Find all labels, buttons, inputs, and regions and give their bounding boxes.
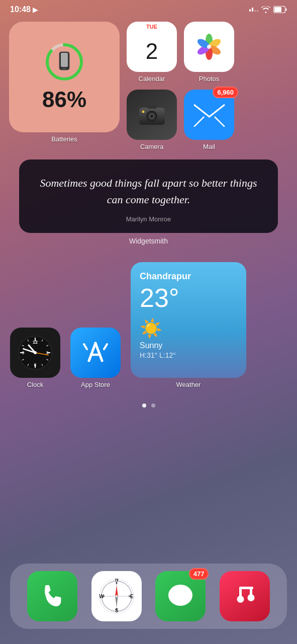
phone-icon xyxy=(38,583,66,610)
status-left: 10:48 ▶ xyxy=(10,5,38,14)
battery-ring xyxy=(44,42,84,82)
svg-point-73 xyxy=(248,594,255,601)
safari-app[interactable]: N S E W xyxy=(91,571,142,621)
svg-line-52 xyxy=(104,344,107,349)
camera-app[interactable]: Camera xyxy=(127,90,177,150)
svg-rect-6 xyxy=(62,68,66,69)
svg-point-13 xyxy=(207,45,211,49)
svg-text:9: 9 xyxy=(22,350,24,355)
calendar-app[interactable]: TUE 2 Calendar xyxy=(127,22,177,83)
svg-text:W: W xyxy=(99,594,104,599)
calendar-day-of-week: TUE xyxy=(127,22,177,30)
clock-face-svg: 12 3 6 9 xyxy=(18,335,53,370)
svg-text:12: 12 xyxy=(33,340,38,345)
messages-icon xyxy=(166,582,195,611)
photos-label: Photos xyxy=(199,75,219,83)
svg-point-21 xyxy=(142,111,144,113)
battery-percent: 86% xyxy=(42,87,86,112)
svg-point-20 xyxy=(150,115,153,118)
svg-rect-16 xyxy=(147,105,157,109)
status-right xyxy=(249,6,287,13)
music-app[interactable] xyxy=(220,571,270,621)
messages-app[interactable]: 477 xyxy=(155,571,206,621)
svg-line-49 xyxy=(95,343,102,361)
weather-condition: Sunny xyxy=(140,341,237,350)
wifi-icon xyxy=(261,6,270,13)
calendar-day-num: 2 xyxy=(127,30,177,72)
weather-high-low: H:31° L:12° xyxy=(140,351,237,359)
batteries-widget[interactable]: 86% Batteries xyxy=(9,22,120,143)
batteries-label: Batteries xyxy=(51,135,77,143)
svg-rect-1 xyxy=(274,7,281,12)
phone-app[interactable] xyxy=(27,571,77,621)
svg-line-51 xyxy=(84,344,87,349)
page-dot-2[interactable] xyxy=(151,404,155,408)
svg-point-47 xyxy=(34,351,37,354)
signal-icon xyxy=(249,8,258,12)
svg-text:E: E xyxy=(130,594,133,599)
location-icon: ▶ xyxy=(33,6,38,14)
svg-point-72 xyxy=(237,596,244,603)
quote-text: Sometimes good things fall apart so bett… xyxy=(32,175,265,208)
svg-text:N: N xyxy=(115,579,118,582)
messages-badge: 477 xyxy=(189,568,209,580)
svg-rect-5 xyxy=(61,53,68,67)
svg-text:S: S xyxy=(115,608,118,613)
battery-icon xyxy=(273,6,287,13)
status-bar: 10:48 ▶ xyxy=(0,0,297,17)
mail-app[interactable]: 6,960 Mail xyxy=(184,90,234,150)
calendar-label: Calendar xyxy=(139,75,165,83)
clock-app[interactable]: 12 3 6 9 xyxy=(10,328,60,388)
photos-icon xyxy=(191,29,227,64)
weather-widget[interactable]: Chandrapur 23° ☀️ Sunny H:31° L:12° Weat… xyxy=(131,262,246,388)
svg-text:6: 6 xyxy=(34,362,36,367)
clock-label: Clock xyxy=(27,381,44,388)
quote-widget: Sometimes good things fall apart so bett… xyxy=(19,159,278,233)
camera-label: Camera xyxy=(140,143,163,150)
safari-icon: N S E W xyxy=(99,579,134,614)
quote-author: Marilyn Monroe xyxy=(32,215,265,223)
music-icon xyxy=(232,583,257,610)
appstore-label: App Store xyxy=(81,381,110,388)
page-dots xyxy=(0,404,297,408)
weather-city: Chandrapur xyxy=(140,271,237,282)
appstore-icon-svg xyxy=(81,338,110,367)
dock: N S E W 477 xyxy=(10,564,287,629)
time-display: 10:48 xyxy=(10,5,31,14)
photos-app[interactable]: Photos xyxy=(184,22,234,83)
mail-label: Mail xyxy=(203,143,215,150)
weather-temp: 23° xyxy=(140,283,237,313)
camera-icon-svg xyxy=(138,104,166,126)
weather-sun-icon: ☀️ xyxy=(140,318,237,339)
appstore-app[interactable]: App Store xyxy=(70,328,121,388)
mail-icon-svg xyxy=(193,103,226,127)
svg-line-48 xyxy=(89,343,95,361)
weather-label: Weather xyxy=(176,381,201,388)
mail-badge: 6,960 xyxy=(213,87,238,98)
widgetsmith-label: Widgetsmith xyxy=(9,237,288,245)
page-dot-1[interactable] xyxy=(142,404,146,408)
